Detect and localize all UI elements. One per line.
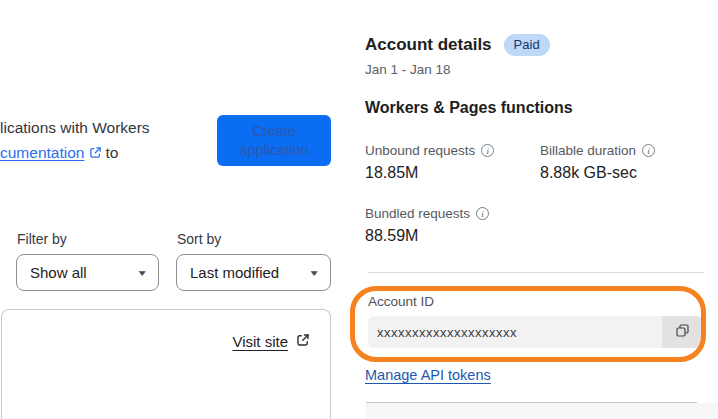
visit-site-link[interactable]: Visit site [232,333,310,350]
account-details-header: Account details Paid [365,34,550,56]
stat-value: 8.88k GB-sec [540,164,655,182]
stat-value: 88.59M [365,227,540,245]
account-details-title: Account details [365,35,492,55]
visit-site-label: Visit site [232,333,288,350]
info-icon[interactable]: i [481,144,494,157]
intro-line-2: cumentationto [0,140,150,166]
account-id-label: Account ID [368,294,434,309]
next-section-edge [366,403,718,419]
project-card: Visit site [1,309,331,419]
documentation-link[interactable]: cumentation [0,144,84,161]
intro-text: lications with Workers cumentationto [0,115,150,166]
sort-dropdown[interactable]: Last modified ▼ [176,254,331,291]
stat-bundled-requests: Bundled requestsi 88.59M [365,206,540,245]
stat-billable-duration: Billable durationi 8.88k GB-sec [540,143,655,182]
filter-by-label: Filter by [17,231,67,247]
filter-dropdown[interactable]: Show all ▼ [16,254,159,291]
sort-dropdown-value: Last modified [190,264,279,281]
intro-line-1: lications with Workers [0,115,150,140]
copy-button[interactable] [662,316,702,348]
stat-label: Bundled requestsi [365,206,540,221]
functions-section-title: Workers & Pages functions [365,99,573,117]
sort-by-label: Sort by [177,231,221,247]
divider [368,272,704,273]
manage-api-tokens-link[interactable]: Manage API tokens [365,367,491,383]
workers-pages-dashboard: lications with Workers cumentationto Cre… [0,0,718,419]
external-link-icon [296,333,310,350]
copy-icon [675,323,690,341]
stat-unbound-requests: Unbound requestsi 18.85M [365,143,540,182]
stat-label: Unbound requestsi [365,143,540,158]
create-application-button[interactable]: Create application [217,115,331,166]
chevron-down-icon: ▼ [136,268,148,278]
plan-badge: Paid [504,34,550,56]
stat-value: 18.85M [365,164,540,182]
info-icon[interactable]: i [476,207,489,220]
account-id-field [368,316,702,348]
usage-stats: Unbound requestsi 18.85M Billable durati… [365,143,655,245]
info-icon[interactable]: i [642,144,655,157]
external-link-icon [89,141,102,166]
chevron-down-icon: ▼ [308,268,320,278]
stat-label: Billable durationi [540,143,655,158]
account-id-input[interactable] [368,316,662,348]
intro-line-2-suffix: to [105,144,118,161]
filter-dropdown-value: Show all [30,264,87,281]
date-range: Jan 1 - Jan 18 [365,62,451,77]
